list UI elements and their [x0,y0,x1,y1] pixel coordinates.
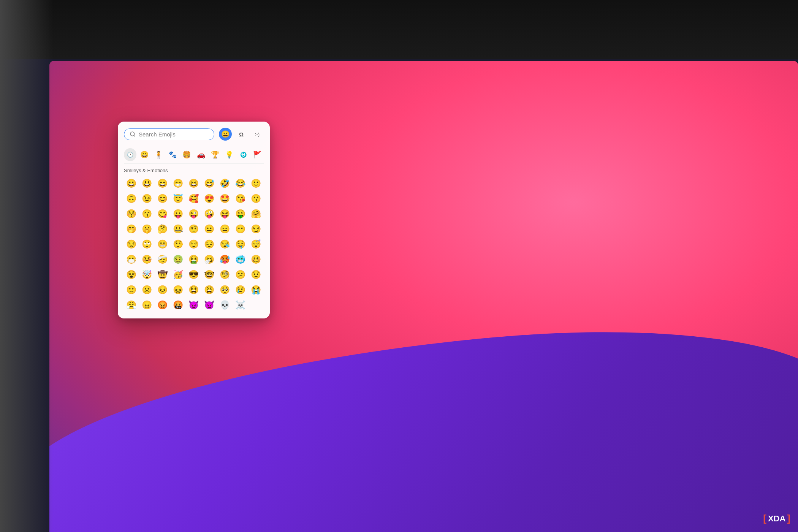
search-tabs: 😀 Ω :-) [219,128,264,141]
emoji-cell[interactable]: 😠 [139,298,154,312]
emoji-cell[interactable]: 🤩 [218,192,232,206]
emoji-cell[interactable]: 🤑 [233,207,248,221]
emoji-cell[interactable]: 😙 [139,207,154,221]
emoji-cell[interactable]: 😜 [186,207,201,221]
emoji-cell[interactable]: 🤧 [202,252,217,267]
emoji-cell[interactable]: 😕 [233,268,248,282]
emoji-cell[interactable]: 😴 [249,237,263,252]
emoji-cell[interactable]: 😀 [124,176,138,191]
emoji-cell[interactable]: 😅 [202,176,217,191]
emoji-cell[interactable]: 🤢 [171,252,185,267]
tab-symbols[interactable]: :-) [251,128,264,141]
emoji-cell[interactable]: 😐 [202,222,217,236]
tab-kaomoji[interactable]: Ω [235,128,248,141]
emoji-cell[interactable]: 🤠 [155,268,169,282]
emoji-cell[interactable]: 🥵 [218,252,232,267]
emoji-cell[interactable]: 😃 [139,176,154,191]
emoji-cell[interactable]: 😇 [171,192,185,206]
laptop-frame-top [0,0,798,59]
emoji-cell[interactable]: 🤮 [186,252,201,267]
emoji-cell[interactable]: 🥴 [249,252,263,267]
emoji-cell[interactable]: 😵 [124,268,138,282]
emoji-cell[interactable]: 😑 [218,222,232,236]
emoji-cell[interactable]: 🤭 [124,222,138,236]
emoji-picker-panel: 😀 Ω :-) 🕐 😀 🧍 🐾 🍔 🚗 🏆 💡 ⛎ 🚩 Smileys & Em… [118,122,270,318]
emoji-cell[interactable]: 🙃 [124,192,138,206]
emoji-cell[interactable]: 😆 [186,176,201,191]
emoji-cell[interactable]: 😩 [202,283,217,297]
category-objects[interactable]: 💡 [223,148,235,161]
emoji-cell[interactable]: ☹️ [139,283,154,297]
emoji-cell[interactable]: 😟 [249,268,263,282]
emoji-cell[interactable]: 😄 [155,176,169,191]
emoji-cell[interactable]: 😢 [233,283,248,297]
emoji-cell[interactable]: 🤣 [218,176,232,191]
category-people[interactable]: 🧍 [152,148,165,161]
emoji-cell[interactable]: 🥶 [233,252,248,267]
emoji-cell[interactable]: 🥺 [218,283,232,297]
category-travel[interactable]: 🚗 [195,148,207,161]
emoji-cell[interactable]: 🤐 [171,222,185,236]
emoji-cell[interactable]: 😘 [233,192,248,206]
emoji-cell[interactable]: 🙄 [139,237,154,252]
category-food[interactable]: 🍔 [180,148,193,161]
emoji-cell[interactable]: 😒 [124,237,138,252]
emoji-cell[interactable]: 💀 [218,298,232,312]
emoji-cell[interactable]: 😏 [249,222,263,236]
emoji-cell[interactable]: 😪 [218,237,232,252]
emoji-cell[interactable]: 😔 [202,237,217,252]
emoji-cell[interactable]: 🤤 [233,237,248,252]
emoji-cell[interactable]: 😈 [186,298,201,312]
emoji-cell[interactable]: 🤔 [155,222,169,236]
emoji-cell[interactable]: 😝 [218,207,232,221]
emoji-cell[interactable]: 😬 [155,237,169,252]
emoji-cell[interactable]: 😂 [233,176,248,191]
tab-emoji[interactable]: 😀 [219,128,232,141]
search-input-wrapper[interactable] [124,128,214,140]
emoji-cell[interactable]: 😷 [124,252,138,267]
emoji-cell[interactable]: 😶 [233,222,248,236]
emoji-cell[interactable]: 🤪 [202,207,217,221]
emoji-cell[interactable]: 😎 [186,268,201,282]
emoji-cell[interactable]: 😍 [202,192,217,206]
emoji-cell[interactable]: 🤬 [171,298,185,312]
emoji-cell[interactable]: 😤 [124,298,138,312]
emoji-cell[interactable]: 😉 [139,192,154,206]
emoji-cell[interactable]: 😁 [171,176,185,191]
emoji-cell[interactable]: 😛 [171,207,185,221]
category-recent[interactable]: 🕐 [124,148,136,161]
category-activities[interactable]: 🏆 [209,148,221,161]
category-flags[interactable]: 🚩 [251,148,264,161]
emoji-cell[interactable]: 😚 [124,207,138,221]
category-smileys[interactable]: 😀 [138,148,150,161]
emoji-cell[interactable]: 😋 [155,207,169,221]
emoji-cell[interactable]: ☠️ [233,298,248,312]
emoji-cell[interactable]: 😗 [249,192,263,206]
search-bar: 😀 Ω :-) [124,128,264,141]
emoji-cell[interactable]: 🤨 [186,222,201,236]
emoji-cell[interactable]: 🤥 [171,237,185,252]
emoji-cell[interactable]: 🤕 [155,252,169,267]
emoji-cell[interactable]: 🥳 [171,268,185,282]
emoji-cell[interactable]: 🧐 [218,268,232,282]
search-input[interactable] [139,131,209,138]
category-symbols[interactable]: ⛎ [237,148,250,161]
emoji-cell[interactable]: 🙁 [124,283,138,297]
emoji-cell[interactable]: 🤓 [202,268,217,282]
emoji-cell[interactable]: 🤗 [249,207,263,221]
emoji-cell[interactable]: 😫 [186,283,201,297]
emoji-cell[interactable]: 🥰 [186,192,201,206]
emoji-cell[interactable]: 😣 [155,283,169,297]
emoji-cell[interactable]: 🤒 [139,252,154,267]
emoji-cell[interactable]: 😌 [186,237,201,252]
emoji-cell[interactable]: 👿 [202,298,217,312]
emoji-cell[interactable]: 🤯 [139,268,154,282]
xda-watermark: [ XDA ] [763,513,790,524]
emoji-cell[interactable]: 😖 [171,283,185,297]
emoji-cell[interactable]: 😊 [155,192,169,206]
emoji-cell[interactable]: 🙂 [249,176,263,191]
category-animals[interactable]: 🐾 [166,148,179,161]
emoji-cell[interactable]: 😡 [155,298,169,312]
emoji-cell[interactable]: 🤫 [139,222,154,236]
emoji-cell[interactable]: 😭 [249,283,263,297]
